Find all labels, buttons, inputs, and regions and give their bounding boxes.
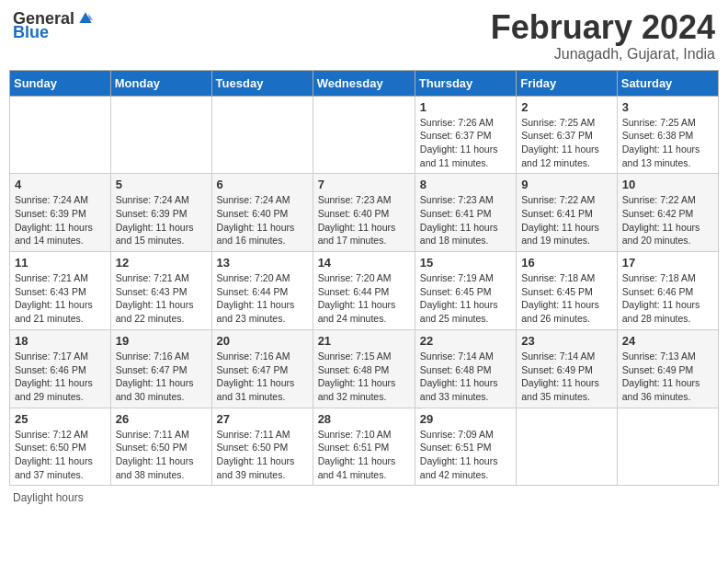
day-number: 25 xyxy=(15,412,106,426)
day-info: Sunrise: 7:22 AMSunset: 6:41 PMDaylight:… xyxy=(521,194,599,246)
day-info: Sunrise: 7:26 AMSunset: 6:37 PMDaylight:… xyxy=(420,117,498,168)
day-number: 8 xyxy=(420,178,511,191)
calendar-cell-w2-d5: 9 Sunrise: 7:22 AMSunset: 6:41 PMDayligh… xyxy=(517,174,618,252)
calendar-cell-w1-d0 xyxy=(10,96,111,174)
week-row-1: 1 Sunrise: 7:26 AMSunset: 6:37 PMDayligh… xyxy=(10,96,719,174)
day-info: Sunrise: 7:21 AMSunset: 6:43 PMDaylight:… xyxy=(116,272,194,324)
calendar-cell-w5-d2: 27 Sunrise: 7:11 AMSunset: 6:50 PMDaylig… xyxy=(211,408,313,486)
day-number: 19 xyxy=(116,334,207,348)
calendar-cell-w4-d0: 18 Sunrise: 7:17 AMSunset: 6:46 PMDaylig… xyxy=(10,329,111,408)
footer-note: Daylight hours xyxy=(9,491,719,504)
day-info: Sunrise: 7:23 AMSunset: 6:41 PMDaylight:… xyxy=(420,194,498,246)
day-info: Sunrise: 7:20 AMSunset: 6:44 PMDaylight:… xyxy=(217,272,295,324)
calendar-cell-w5-d6 xyxy=(617,408,718,486)
day-info: Sunrise: 7:24 AMSunset: 6:39 PMDaylight:… xyxy=(116,194,194,246)
day-number: 23 xyxy=(521,334,612,348)
calendar-cell-w2-d4: 8 Sunrise: 7:23 AMSunset: 6:41 PMDayligh… xyxy=(415,174,516,252)
header-saturday: Saturday xyxy=(617,70,718,96)
calendar-cell-w5-d4: 29 Sunrise: 7:09 AMSunset: 6:51 PMDaylig… xyxy=(415,408,516,486)
calendar-cell-w4-d1: 19 Sunrise: 7:16 AMSunset: 6:47 PMDaylig… xyxy=(110,329,211,408)
day-info: Sunrise: 7:19 AMSunset: 6:45 PMDaylight:… xyxy=(420,272,498,324)
day-number: 22 xyxy=(420,334,511,348)
calendar-cell-w2-d2: 6 Sunrise: 7:24 AMSunset: 6:40 PMDayligh… xyxy=(211,174,313,252)
day-info: Sunrise: 7:25 AMSunset: 6:38 PMDaylight:… xyxy=(622,117,700,168)
day-number: 21 xyxy=(318,334,410,348)
calendar-cell-w1-d3 xyxy=(313,96,415,174)
header-wednesday: Wednesday xyxy=(313,70,415,96)
week-row-3: 11 Sunrise: 7:21 AMSunset: 6:43 PMDaylig… xyxy=(10,252,719,330)
day-number: 15 xyxy=(420,256,511,270)
calendar-cell-w2-d1: 5 Sunrise: 7:24 AMSunset: 6:39 PMDayligh… xyxy=(110,174,211,252)
day-info: Sunrise: 7:24 AMSunset: 6:40 PMDaylight:… xyxy=(217,194,295,246)
calendar-cell-w2-d6: 10 Sunrise: 7:22 AMSunset: 6:42 PMDaylig… xyxy=(617,174,718,252)
calendar-cell-w4-d5: 23 Sunrise: 7:14 AMSunset: 6:49 PMDaylig… xyxy=(517,329,618,408)
calendar-cell-w3-d4: 15 Sunrise: 7:19 AMSunset: 6:45 PMDaylig… xyxy=(415,252,516,330)
logo-blue-text: Blue xyxy=(13,24,49,40)
calendar-cell-w4-d3: 21 Sunrise: 7:15 AMSunset: 6:48 PMDaylig… xyxy=(313,329,415,408)
calendar-cell-w5-d5 xyxy=(517,408,618,486)
calendar-cell-w4-d6: 24 Sunrise: 7:13 AMSunset: 6:49 PMDaylig… xyxy=(617,329,718,408)
day-number: 4 xyxy=(15,178,106,191)
day-info: Sunrise: 7:14 AMSunset: 6:49 PMDaylight:… xyxy=(521,350,599,402)
day-number: 20 xyxy=(217,334,308,348)
day-info: Sunrise: 7:12 AMSunset: 6:50 PMDaylight:… xyxy=(15,429,93,480)
day-info: Sunrise: 7:11 AMSunset: 6:50 PMDaylight:… xyxy=(217,429,295,480)
day-info: Sunrise: 7:21 AMSunset: 6:43 PMDaylight:… xyxy=(15,272,93,324)
day-info: Sunrise: 7:18 AMSunset: 6:45 PMDaylight:… xyxy=(521,272,599,324)
day-number: 16 xyxy=(521,256,612,270)
month-title: February 2024 xyxy=(491,9,715,46)
calendar-cell-w5-d3: 28 Sunrise: 7:10 AMSunset: 6:51 PMDaylig… xyxy=(313,408,415,486)
day-info: Sunrise: 7:10 AMSunset: 6:51 PMDaylight:… xyxy=(318,429,396,480)
day-info: Sunrise: 7:16 AMSunset: 6:47 PMDaylight:… xyxy=(116,350,194,402)
day-info: Sunrise: 7:14 AMSunset: 6:48 PMDaylight:… xyxy=(420,350,498,402)
calendar-cell-w3-d2: 13 Sunrise: 7:20 AMSunset: 6:44 PMDaylig… xyxy=(211,252,313,330)
day-info: Sunrise: 7:20 AMSunset: 6:44 PMDaylight:… xyxy=(318,272,396,324)
day-info: Sunrise: 7:22 AMSunset: 6:42 PMDaylight:… xyxy=(622,194,700,246)
day-info: Sunrise: 7:09 AMSunset: 6:51 PMDaylight:… xyxy=(420,429,498,480)
day-number: 18 xyxy=(15,334,106,348)
calendar-table: Sunday Monday Tuesday Wednesday Thursday… xyxy=(9,70,719,487)
day-number: 5 xyxy=(116,178,207,191)
calendar-cell-w3-d3: 14 Sunrise: 7:20 AMSunset: 6:44 PMDaylig… xyxy=(313,252,415,330)
day-number: 3 xyxy=(622,100,713,114)
day-number: 6 xyxy=(217,178,308,191)
day-info: Sunrise: 7:16 AMSunset: 6:47 PMDaylight:… xyxy=(217,350,295,402)
calendar-cell-w3-d0: 11 Sunrise: 7:21 AMSunset: 6:43 PMDaylig… xyxy=(10,252,111,330)
weekday-header-row: Sunday Monday Tuesday Wednesday Thursday… xyxy=(10,70,719,96)
day-info: Sunrise: 7:24 AMSunset: 6:39 PMDaylight:… xyxy=(15,194,93,246)
header-tuesday: Tuesday xyxy=(211,70,313,96)
day-info: Sunrise: 7:25 AMSunset: 6:37 PMDaylight:… xyxy=(521,117,599,168)
day-info: Sunrise: 7:15 AMSunset: 6:48 PMDaylight:… xyxy=(318,350,396,402)
day-number: 7 xyxy=(318,178,410,191)
calendar-cell-w2-d0: 4 Sunrise: 7:24 AMSunset: 6:39 PMDayligh… xyxy=(10,174,111,252)
calendar-cell-w1-d2 xyxy=(211,96,313,174)
day-number: 27 xyxy=(217,412,308,426)
day-number: 26 xyxy=(116,412,207,426)
logo-icon xyxy=(76,9,95,28)
day-info: Sunrise: 7:17 AMSunset: 6:46 PMDaylight:… xyxy=(15,350,93,402)
calendar-cell-w4-d2: 20 Sunrise: 7:16 AMSunset: 6:47 PMDaylig… xyxy=(211,329,313,408)
calendar-cell-w1-d6: 3 Sunrise: 7:25 AMSunset: 6:38 PMDayligh… xyxy=(617,96,718,174)
week-row-2: 4 Sunrise: 7:24 AMSunset: 6:39 PMDayligh… xyxy=(10,174,719,252)
calendar-cell-w1-d1 xyxy=(110,96,211,174)
day-info: Sunrise: 7:18 AMSunset: 6:46 PMDaylight:… xyxy=(622,272,700,324)
calendar-cell-w3-d5: 16 Sunrise: 7:18 AMSunset: 6:45 PMDaylig… xyxy=(517,252,618,330)
week-row-5: 25 Sunrise: 7:12 AMSunset: 6:50 PMDaylig… xyxy=(10,408,719,486)
week-row-4: 18 Sunrise: 7:17 AMSunset: 6:46 PMDaylig… xyxy=(10,329,719,408)
calendar-cell-w5-d0: 25 Sunrise: 7:12 AMSunset: 6:50 PMDaylig… xyxy=(10,408,111,486)
header-thursday: Thursday xyxy=(415,70,516,96)
calendar-cell-w3-d6: 17 Sunrise: 7:18 AMSunset: 6:46 PMDaylig… xyxy=(617,252,718,330)
day-info: Sunrise: 7:13 AMSunset: 6:49 PMDaylight:… xyxy=(622,350,700,402)
day-number: 13 xyxy=(217,256,308,270)
day-number: 14 xyxy=(318,256,410,270)
location-title: Junagadh, Gujarat, India xyxy=(491,46,715,63)
day-number: 9 xyxy=(521,178,612,191)
calendar-cell-w1-d4: 1 Sunrise: 7:26 AMSunset: 6:37 PMDayligh… xyxy=(415,96,516,174)
header-friday: Friday xyxy=(517,70,618,96)
day-info: Sunrise: 7:11 AMSunset: 6:50 PMDaylight:… xyxy=(116,429,194,480)
header-sunday: Sunday xyxy=(10,70,111,96)
header-monday: Monday xyxy=(110,70,211,96)
day-number: 24 xyxy=(622,334,713,348)
day-info: Sunrise: 7:23 AMSunset: 6:40 PMDaylight:… xyxy=(318,194,396,246)
day-number: 28 xyxy=(318,412,410,426)
